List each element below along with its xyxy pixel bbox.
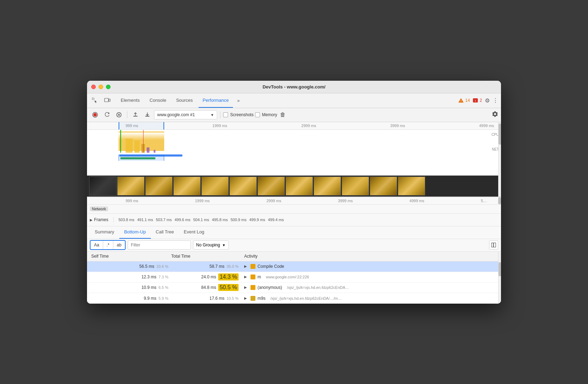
filter-regex-button[interactable]: .* [103,240,113,250]
tab-performance[interactable]: Performance [199,93,233,108]
frames-expand[interactable]: ▶ Frames [90,217,108,222]
device-toggle-icon[interactable] [102,95,112,105]
table-header: Self Time Total Time Activity [87,252,501,261]
screenshot-9 [314,177,341,196]
memory-checkbox-label[interactable]: Memory [255,112,277,117]
screenshot-4 [173,177,201,196]
filter-input[interactable] [128,240,191,250]
activity-name-0: Compile Code [258,264,284,269]
bottom-ruler-999: 999 ms [126,199,138,203]
delete-recording-button[interactable]: 🗑 [280,112,286,118]
header-activity: Activity [241,254,501,259]
net-bars [119,154,494,161]
frame-time-0: 503.8 ms [119,218,134,222]
window-title: DevTools - www.google.com/ [262,84,325,90]
warning-badge[interactable]: ! 14 [458,98,470,103]
self-time-cell-3: 9.9 ms 5.9 % [87,296,171,301]
activity-icon-1 [250,274,255,279]
activity-cell-2: ▶ (anonymous) /xjs/_/js/k=xjs.hd.en.fdzp… [241,285,501,290]
tab-call-tree[interactable]: Call Tree [151,226,179,239]
minimize-button[interactable] [99,85,103,89]
total-time-cell-1: 24.0 ms 14.3 % [171,273,241,280]
separator-1 [127,111,127,118]
expand-icon-1[interactable]: ▶ [244,275,248,279]
frame-time-6: 500.9 ms [230,218,246,222]
table-scrollbar-thumb[interactable] [499,262,501,276]
tab-bar: Elements Console Sources Performance » !… [87,93,501,108]
grouping-selector[interactable]: No Grouping ▼ [193,240,229,250]
expand-icon-3[interactable]: ▶ [244,296,248,300]
filter-bar: Aa .* ab No Grouping ▼ [87,239,501,252]
devtools-settings-icon[interactable]: ⚙ [485,97,490,104]
clear-button[interactable] [114,110,124,120]
activity-icon-3 [250,296,255,301]
title-bar: DevTools - www.google.com/ [87,81,501,93]
self-time-cell-2: 10.9 ms 6.5 % [87,285,171,290]
tab-summary[interactable]: Summary [90,226,119,239]
record-button[interactable] [90,110,100,120]
screenshots-checkbox[interactable] [223,112,228,117]
screenshots-checkbox-label[interactable]: Screenshots [223,112,254,117]
more-options-icon[interactable]: ⋮ [493,97,498,104]
filter-whole-word-button[interactable]: ab [113,240,125,250]
tab-sources[interactable]: Sources [172,93,197,108]
timeline-scrollbar[interactable] [498,122,501,197]
svg-point-7 [93,113,97,117]
upload-button[interactable] [130,110,141,120]
total-time-cell-2: 84.8 ms 50.5 % [171,284,241,291]
devtools-window: DevTools - www.google.com/ [87,81,501,304]
screenshot-6 [229,177,257,196]
svg-rect-14 [494,243,496,247]
screenshot-10 [342,177,369,196]
maximize-button[interactable] [106,85,111,89]
tab-more[interactable]: » [234,98,242,103]
tab-icons [90,95,112,105]
screenshot-7 [258,177,285,196]
activity-icon-2 [250,285,255,290]
screenshot-3 [145,177,173,196]
frame-time-3: 499.6 ms [174,218,190,222]
header-total-time: Total Time [171,254,241,259]
timeline-cursor [120,130,121,153]
filter-match-group: Aa .* ab [90,240,126,250]
timeline-scrollbar-thumb[interactable] [499,124,501,145]
table-row[interactable]: 12.3 ms 7.3 % 24.0 ms 14.3 % ▶ m www.goo… [87,272,501,283]
tab-event-log[interactable]: Event Log [179,226,209,239]
filter-right [489,240,498,250]
refresh-record-button[interactable] [102,110,112,120]
timeline-top-ruler: 999 ms 1999 ms 2999 ms 3999 ms 4999 ms [87,122,501,130]
network-label-text[interactable]: Network [90,206,108,211]
table-row[interactable]: 10.9 ms 6.5 % 84.8 ms 50.5 % ▶ (anonymou… [87,283,501,293]
cursor-icon[interactable] [90,95,100,105]
expand-icon-2[interactable]: ▶ [244,285,248,290]
table-row[interactable]: 9.9 ms 5.9 % 17.6 ms 10.5 % ▶ m9s /xjs/_… [87,293,501,304]
frame-time-8: 499.4 ms [268,218,284,222]
memory-checkbox[interactable] [255,112,260,117]
analysis-tabs: Summary Bottom-Up Call Tree Event Log [87,226,501,239]
close-button[interactable] [91,85,96,89]
collapse-panel-button[interactable] [489,240,498,250]
tab-console[interactable]: Console [145,93,171,108]
bottom-ruler-5x: 5… [481,199,487,203]
bottom-scrollbar-thumb[interactable] [498,197,501,204]
download-button[interactable] [142,110,153,120]
frames-label: Frames [94,217,108,222]
filter-match-case-button[interactable]: Aa [91,240,103,250]
ruler-mark-3999: 3999 ms [390,124,405,128]
svg-text:!: ! [461,99,462,102]
table-scrollbar[interactable] [498,252,501,304]
timeline-selection[interactable] [119,122,164,130]
tab-elements[interactable]: Elements [116,93,144,108]
tab-bottom-up[interactable]: Bottom-Up [119,226,151,239]
activity-name-3: m9s [258,296,266,301]
url-selector[interactable]: www.google.com #1 ▼ [154,110,217,119]
svg-rect-11 [133,116,138,117]
performance-toolbar: www.google.com #1 ▼ Screenshots Memory 🗑 [87,108,501,122]
expand-icon-0[interactable]: ▶ [244,264,248,269]
settings-button[interactable] [492,111,498,119]
table-row[interactable]: 56.5 ms 33.6 % 58.7 ms 35.0 % ▶ Compile … [87,261,501,272]
screenshot-8 [286,177,313,196]
tab-bar-right: ! 14 ! 2 ⚙ ⋮ [458,97,498,104]
devtools-body: Elements Console Sources Performance » !… [87,93,501,304]
error-badge[interactable]: ! 2 [473,98,482,103]
